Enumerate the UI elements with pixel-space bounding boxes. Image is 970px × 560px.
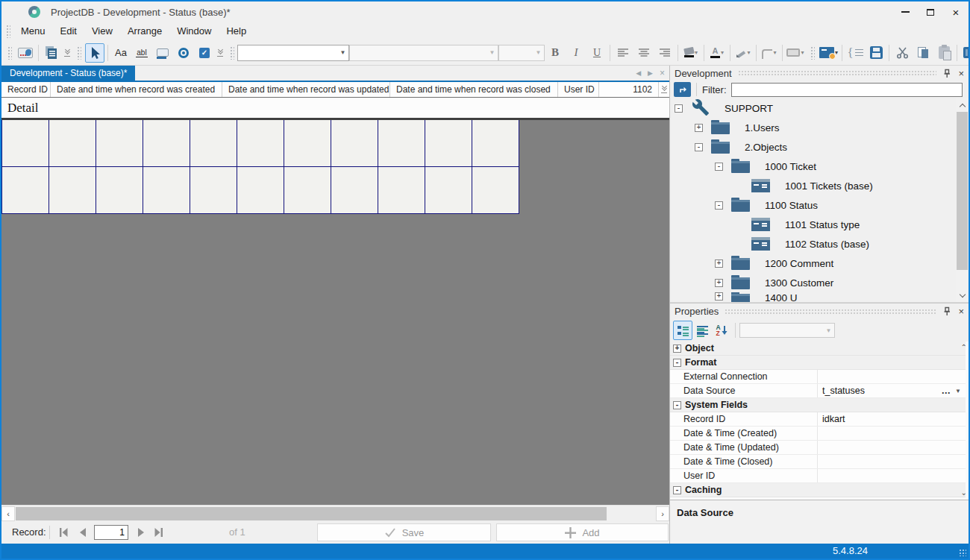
- design-grid-cell[interactable]: [143, 167, 190, 214]
- collapse-icon[interactable]: -: [695, 143, 703, 151]
- design-grid-cell[interactable]: [190, 120, 237, 167]
- menu-item-view[interactable]: View: [84, 22, 120, 40]
- expand-icon[interactable]: +: [695, 124, 703, 132]
- menu-item-arrange[interactable]: Arrange: [120, 22, 169, 40]
- scroll-down-icon[interactable]: ⌄: [961, 488, 967, 497]
- property-category-caching[interactable]: -Caching: [670, 483, 966, 497]
- align-center-button[interactable]: [634, 43, 654, 63]
- collapse-icon[interactable]: -: [715, 163, 723, 171]
- last-record-button[interactable]: [151, 524, 167, 541]
- design-grid-cell[interactable]: [472, 120, 519, 167]
- property-value[interactable]: t_statuses…▼: [818, 384, 966, 397]
- design-grid-cell[interactable]: [143, 120, 190, 167]
- property-value[interactable]: [818, 427, 966, 440]
- tree-item-1100-status[interactable]: -1100 Status: [670, 195, 956, 215]
- scroll-up-icon[interactable]: [956, 99, 969, 111]
- underline-button[interactable]: U: [587, 43, 607, 63]
- design-grid-cell[interactable]: [2, 120, 49, 167]
- pin-icon[interactable]: [942, 69, 951, 78]
- bold-button[interactable]: B: [545, 43, 565, 63]
- font-family-combobox[interactable]: ▼: [349, 45, 498, 61]
- design-grid-cell[interactable]: [425, 120, 472, 167]
- design-grid-cell[interactable]: [49, 120, 96, 167]
- next-record-button[interactable]: [133, 524, 149, 541]
- tree-item-1101-status-type[interactable]: 1101 Status type: [670, 215, 956, 234]
- tab-scroll-right-icon[interactable]: ▶: [648, 69, 653, 77]
- button-tool-button[interactable]: [153, 43, 172, 63]
- checkbox-tool-button[interactable]: ✓: [195, 43, 214, 63]
- expand-icon[interactable]: +: [715, 279, 723, 287]
- select-tool-button[interactable]: [85, 43, 104, 63]
- list-view-button[interactable]: [692, 321, 712, 340]
- expand-more-icon[interactable]: [216, 49, 225, 57]
- textbox-tool-button[interactable]: abl: [132, 43, 151, 63]
- menu-item-edit[interactable]: Edit: [53, 22, 84, 40]
- design-grid-cell[interactable]: [96, 167, 143, 214]
- minimize-button[interactable]: [892, 1, 918, 22]
- tree-item-1-users[interactable]: +1.Users: [670, 118, 956, 137]
- maximize-button[interactable]: [918, 1, 943, 22]
- design-grid-cell[interactable]: [425, 167, 472, 214]
- scroll-down-icon[interactable]: [956, 289, 969, 301]
- ellipsis-button[interactable]: …: [937, 386, 956, 396]
- fill-color-button[interactable]: ▾: [681, 43, 701, 63]
- field-column-date-and-time-when-record-was-closed[interactable]: Date and time when record was closed: [390, 82, 558, 97]
- label-tool-button[interactable]: Aa: [111, 43, 131, 63]
- detail-band-header[interactable]: Detail: [1, 98, 669, 120]
- panel-close-icon[interactable]: ×: [958, 69, 964, 78]
- field-column-date-and-time-when-record-was-updated[interactable]: Date and time when record was updated: [222, 82, 390, 97]
- property-value[interactable]: [818, 469, 966, 482]
- property-value[interactable]: [818, 370, 966, 383]
- property-value[interactable]: idkart: [818, 412, 966, 426]
- font-size-combobox[interactable]: ▼: [498, 45, 545, 61]
- menu-item-help[interactable]: Help: [219, 22, 254, 40]
- properties-toggle-button[interactable]: [960, 43, 970, 63]
- field-column-date-and-time-when-record-was-created[interactable]: Date and time when record was created: [51, 82, 222, 97]
- expand-icon[interactable]: +: [715, 259, 723, 268]
- design-grid-cell[interactable]: [49, 167, 96, 214]
- design-grid-cell[interactable]: [378, 167, 425, 214]
- scrollbar-thumb[interactable]: [957, 112, 968, 270]
- align-right-button[interactable]: [655, 43, 675, 63]
- property-category-format[interactable]: -Format: [670, 356, 966, 370]
- expand-icon[interactable]: +: [673, 345, 681, 353]
- paste-button[interactable]: [934, 43, 954, 63]
- design-grid-cell[interactable]: [331, 167, 378, 214]
- tree-item-2-objects[interactable]: -2.Objects: [670, 137, 956, 157]
- filter-input[interactable]: [731, 83, 963, 97]
- collapse-icon[interactable]: -: [675, 104, 683, 113]
- scroll-left-button[interactable]: ‹: [1, 506, 15, 521]
- add-record-button[interactable]: Add: [496, 523, 669, 541]
- frame-style-button[interactable]: ▾: [786, 43, 805, 63]
- design-grid-cell[interactable]: [237, 167, 284, 214]
- tree-item-1300-customer[interactable]: +1300 Customer: [670, 273, 956, 292]
- save-record-button[interactable]: Save: [317, 523, 491, 541]
- tree-item-1000-ticket[interactable]: -1000 Ticket: [670, 157, 956, 176]
- border-style-button[interactable]: ▾: [760, 43, 779, 63]
- design-grid-cell[interactable]: [472, 167, 519, 214]
- project-card-button[interactable]: [16, 43, 35, 63]
- property-category-object[interactable]: +Object: [670, 342, 966, 356]
- pin-icon[interactable]: [942, 306, 951, 316]
- fields-list-button[interactable]: {: [845, 43, 865, 63]
- sort-alphabetical-button[interactable]: AZ: [712, 321, 731, 340]
- resize-grip[interactable]: [959, 549, 966, 556]
- expand-more-icon[interactable]: [63, 49, 72, 57]
- tree-item-support[interactable]: -SUPPORT: [670, 98, 956, 118]
- cut-button[interactable]: [892, 43, 912, 63]
- expand-icon[interactable]: +: [715, 292, 723, 301]
- horizontal-scrollbar[interactable]: ‹ ›: [1, 505, 669, 521]
- close-button[interactable]: ×: [943, 1, 969, 22]
- record-number-input[interactable]: [94, 525, 128, 540]
- field-column-user-id[interactable]: User ID: [558, 82, 599, 97]
- field-column-1102[interactable]: 1102: [599, 82, 659, 97]
- copy-button[interactable]: [913, 43, 933, 63]
- collapse-icon[interactable]: -: [715, 201, 723, 210]
- italic-button[interactable]: I: [566, 43, 586, 63]
- tree-scrollbar[interactable]: [956, 98, 969, 302]
- locate-object-button[interactable]: [674, 82, 691, 97]
- tree-item-1200-comment[interactable]: +1200 Comment: [670, 254, 956, 273]
- property-value[interactable]: [818, 441, 966, 454]
- property-category-system-fields[interactable]: -System Fields: [670, 398, 966, 412]
- design-grid-cell[interactable]: [284, 120, 331, 167]
